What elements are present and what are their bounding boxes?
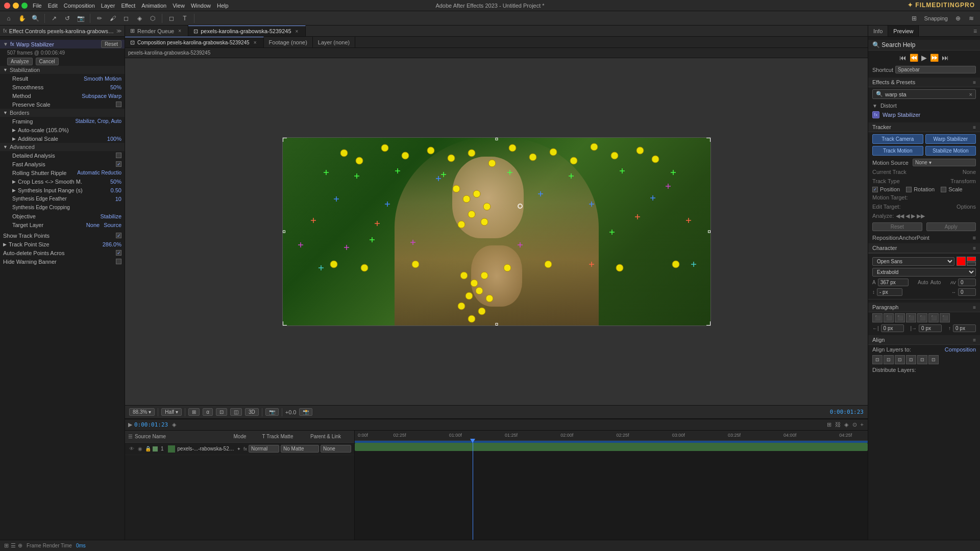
layer-mode-select[interactable]: Normal (249, 445, 279, 453)
quality-dropdown[interactable]: Half ▾ (161, 408, 182, 416)
skip-forward-btn[interactable]: ⏭ (942, 54, 949, 62)
grid-overlay-btn[interactable]: ⊞ (188, 408, 200, 416)
hide-warning-checkbox[interactable] (116, 259, 121, 264)
track-motion-btn[interactable]: Track Motion (872, 146, 923, 156)
si-arrow[interactable]: ▶ (12, 188, 16, 193)
warp-stabilizer-btn-tracker[interactable]: Warp Stabilizer (925, 134, 976, 144)
comp-viewer-close[interactable]: × (252, 39, 258, 45)
layer-parent-select[interactable]: No Matte (281, 445, 319, 453)
menu-effect[interactable]: Effect (121, 3, 135, 9)
rotation-checkbox[interactable] (906, 187, 912, 192)
indent-top-input[interactable] (953, 324, 976, 332)
corner-handle-br[interactable] (706, 321, 710, 325)
borders-collapse[interactable]: ▼ (3, 110, 8, 115)
safe-margins-btn[interactable]: ⊡ (216, 408, 227, 416)
justify-full-btn[interactable]: ⬛ (940, 313, 950, 322)
toolbar-rotate[interactable]: ↺ (62, 13, 73, 24)
tps-arrow[interactable]: ▶ (3, 242, 7, 247)
toolbar-select[interactable]: ↗ (48, 13, 60, 24)
step-back-btn[interactable]: ⏪ (910, 54, 918, 62)
preview-tab[interactable]: Preview (888, 26, 919, 36)
kerning-input[interactable] (958, 279, 976, 286)
scale-checkbox[interactable] (941, 187, 946, 192)
apply-btn[interactable]: Apply (926, 222, 976, 231)
toolbar-grid[interactable]: ⊞ (909, 13, 920, 24)
al-btn-3[interactable]: ⊡ (895, 355, 905, 364)
comp-viewer-tab[interactable]: ⊡ Composition pexels-karolina-grabowska-… (125, 37, 264, 47)
lc-lock[interactable]: 🔒 (144, 445, 152, 453)
crop-arrow[interactable]: ▶ (12, 179, 16, 184)
composition-viewer[interactable] (125, 58, 868, 405)
indent-right-input[interactable] (919, 324, 942, 332)
leading-input[interactable] (877, 288, 902, 296)
justify-right-btn[interactable]: ⬛ (928, 313, 939, 322)
al-btn-6[interactable]: ⊡ (928, 355, 939, 364)
font-family-select[interactable]: Open Sans (872, 257, 954, 266)
reset-button[interactable]: Reset (101, 40, 121, 48)
ana-icon-3[interactable]: ▶ (911, 213, 915, 219)
toolbar-brush[interactable]: 🖌 (107, 13, 118, 24)
ana-icon-2[interactable]: ◀ (905, 213, 910, 219)
render-queue-close[interactable]: × (177, 28, 183, 34)
toolbar-puppet[interactable]: ⬡ (147, 13, 158, 24)
fast-analysis-checkbox[interactable] (116, 161, 121, 167)
toolbar-magnet[interactable]: ⊕ (952, 13, 964, 24)
para-menu[interactable]: ≡ (973, 305, 976, 310)
distort-arrow[interactable]: ▼ (872, 103, 877, 109)
show-track-points-checkbox[interactable] (116, 233, 121, 238)
font-size-input[interactable] (878, 279, 909, 286)
layer-source-select[interactable]: None (321, 445, 351, 453)
detailed-analysis-checkbox[interactable] (116, 153, 121, 158)
handle-right-mid[interactable] (708, 231, 710, 233)
tl-icon-2[interactable]: ⛓ (835, 421, 841, 428)
fill-color-swatch[interactable] (957, 257, 966, 266)
stabilize-motion-btn[interactable]: Stabilize Motion (925, 146, 976, 156)
addl-scale-arrow[interactable]: ▶ (12, 136, 16, 141)
menu-file[interactable]: File (33, 3, 42, 9)
rp-menu[interactable]: ≡ (970, 26, 980, 36)
toolbar-hand[interactable]: ✋ (16, 13, 28, 24)
auto-delete-checkbox[interactable] (116, 250, 121, 256)
tracker-menu[interactable]: ≡ (973, 124, 976, 130)
track-bar[interactable] (355, 443, 868, 451)
camera-btn[interactable]: 📷 (265, 408, 279, 416)
transparency-btn[interactable]: ◫ (230, 408, 242, 416)
reposition-menu[interactable]: ≡ (973, 235, 976, 241)
handle-top-mid[interactable] (495, 138, 498, 140)
toolbar-eraser[interactable]: ◻ (120, 13, 132, 24)
menu-view[interactable]: View (173, 3, 185, 9)
play-btn[interactable]: ▶ (921, 54, 927, 62)
close-button[interactable] (4, 3, 10, 9)
tl-playhead-icon[interactable]: ◈ (172, 421, 176, 428)
char-menu[interactable]: ≡ (973, 245, 976, 251)
analyze-button[interactable]: Analyze (7, 58, 33, 65)
stroke-color-2[interactable] (967, 262, 976, 266)
advanced-collapse[interactable]: ▼ (3, 144, 8, 149)
alpha-btn[interactable]: α (203, 408, 213, 416)
snapshot-btn[interactable]: 📸 (299, 408, 312, 416)
justify-left-btn[interactable]: ⬛ (906, 313, 916, 322)
lc-eye[interactable]: 👁 (128, 445, 135, 453)
warp-stabilizer-item[interactable]: fx Warp Stabilizer (868, 110, 980, 119)
al-btn-2[interactable]: ⊡ (884, 355, 894, 364)
menu-help[interactable]: Help (217, 3, 229, 9)
al-btn-5[interactable]: ⊡ (917, 355, 927, 364)
corner-handle-bl[interactable] (283, 321, 287, 325)
info-tab[interactable]: Info (868, 26, 888, 36)
tl-icon-1[interactable]: ⊞ (827, 421, 831, 428)
menu-composition[interactable]: Composition (64, 3, 95, 9)
menu-edit[interactable]: Edit (48, 3, 58, 9)
toolbar-stamp[interactable]: ◈ (134, 13, 145, 24)
handle-left-mid[interactable] (283, 231, 285, 233)
align-menu[interactable]: ≡ (973, 337, 976, 343)
stab-collapse[interactable]: ▼ (3, 67, 8, 72)
tl-icon-3[interactable]: ◈ (844, 421, 848, 428)
toolbar-zoom[interactable]: 🔍 (30, 13, 41, 24)
sb-icon-3[interactable]: ⊕ (18, 542, 22, 549)
corner-handle-tl[interactable] (283, 138, 287, 142)
composition-tab[interactable]: ⊡ pexels-karolina-grabowska-5239245 × (188, 26, 305, 36)
sb-icon-1[interactable]: ⊞ (4, 542, 9, 549)
reset-btn[interactable]: Reset (872, 222, 922, 231)
minimize-button[interactable] (13, 3, 19, 9)
layer-star[interactable]: ✦ (237, 446, 241, 452)
